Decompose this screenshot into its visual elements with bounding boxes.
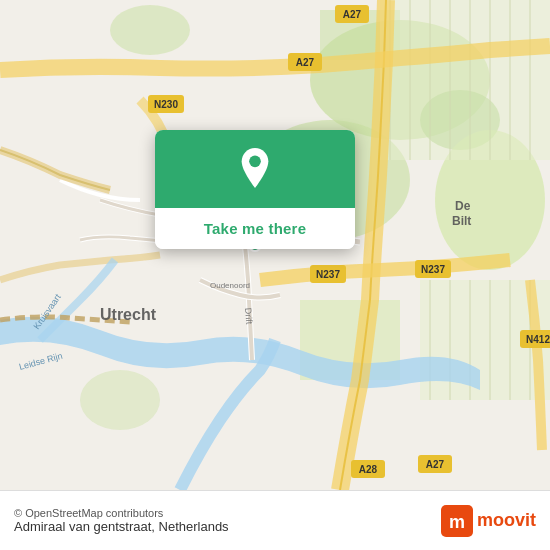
popup-green-area bbox=[155, 130, 355, 208]
svg-point-4 bbox=[110, 5, 190, 55]
svg-text:Bilt: Bilt bbox=[452, 214, 471, 228]
svg-point-49 bbox=[249, 156, 261, 168]
popup-tail bbox=[245, 248, 265, 249]
svg-text:A28: A28 bbox=[359, 464, 378, 475]
moovit-brand-text: moovit bbox=[477, 510, 536, 531]
svg-text:Utrecht: Utrecht bbox=[100, 306, 157, 323]
svg-text:De: De bbox=[455, 199, 471, 213]
address-attribution-area: © OpenStreetMap contributors Admiraal va… bbox=[14, 507, 229, 534]
map-container: Utrecht De Bilt Drift Oudenoord Leidse R… bbox=[0, 0, 550, 490]
popup-card: Take me there bbox=[155, 130, 355, 249]
svg-text:A27: A27 bbox=[426, 459, 445, 470]
svg-point-8 bbox=[80, 370, 160, 430]
svg-text:N237: N237 bbox=[421, 264, 445, 275]
svg-text:m: m bbox=[449, 512, 465, 532]
bottom-bar: © OpenStreetMap contributors Admiraal va… bbox=[0, 490, 550, 550]
svg-text:N237: N237 bbox=[316, 269, 340, 280]
svg-text:N412: N412 bbox=[526, 334, 550, 345]
take-me-there-button[interactable]: Take me there bbox=[155, 208, 355, 249]
svg-text:A27: A27 bbox=[343, 9, 362, 20]
svg-rect-9 bbox=[380, 0, 550, 160]
moovit-logo: m moovit bbox=[441, 505, 536, 537]
svg-text:Drift: Drift bbox=[243, 307, 254, 325]
osm-attribution: © OpenStreetMap contributors bbox=[14, 507, 229, 519]
moovit-m-icon: m bbox=[441, 505, 473, 537]
location-pin-icon bbox=[235, 148, 275, 188]
svg-text:A27: A27 bbox=[296, 57, 315, 68]
svg-text:Oudenoord: Oudenoord bbox=[210, 281, 250, 290]
svg-text:N230: N230 bbox=[154, 99, 178, 110]
address-text: Admiraal van gentstraat, Netherlands bbox=[14, 519, 229, 534]
